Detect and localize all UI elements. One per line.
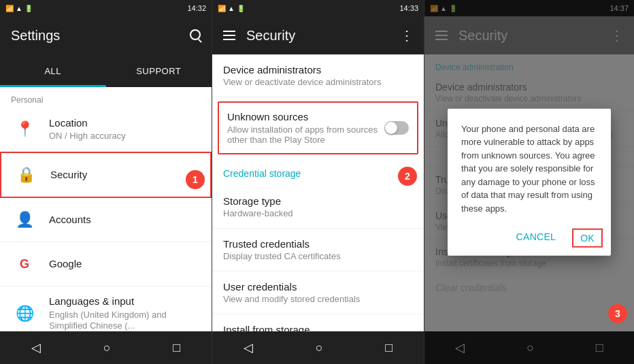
home-button-1[interactable]: ○: [90, 335, 124, 361]
recent-button-1[interactable]: □: [159, 335, 194, 361]
signal-icon: 📶: [5, 5, 14, 12]
step-badge-2: 2: [398, 167, 417, 186]
tab-all[interactable]: ALL: [0, 54, 106, 87]
section-personal-label: Personal: [0, 87, 212, 107]
dialog-body: Your phone and personal data are more vu…: [448, 108, 611, 223]
status-icons-left-2: 📶 ▲ 🔋: [218, 5, 245, 12]
overflow-icon[interactable]: ⋮: [400, 27, 413, 44]
toolbar-1: Settings: [0, 16, 212, 54]
location-text: Location ON / High accuracy: [49, 116, 201, 142]
security-install-storage[interactable]: Install from storage Install certificate…: [212, 314, 424, 331]
lock-icon: 🔒: [12, 161, 39, 188]
hamburger-icon[interactable]: [223, 31, 235, 40]
status-time-1: 14:32: [187, 4, 206, 12]
bottom-nav-1: ◁ ○ □: [0, 331, 212, 364]
unknown-sources-title: Unknown sources: [227, 111, 379, 122]
settings-content: 1 Personal 📍 Location ON / High accuracy…: [0, 87, 212, 331]
step-badge-1: 1: [186, 170, 205, 189]
language-icon: 🌐: [11, 300, 38, 327]
security-user-creds[interactable]: User credentials View and modify stored …: [212, 271, 424, 314]
panel-security: 📶 ▲ 🔋 14:33 Security ⋮ 2 Device administ…: [212, 0, 424, 364]
dialog-actions: CANCEL OK: [448, 223, 611, 256]
unknown-sources-subtitle: Allow installation of apps from sources …: [227, 125, 379, 145]
google-icon: G: [11, 250, 38, 278]
google-text: Google: [49, 257, 201, 271]
accounts-icon: 👤: [11, 206, 38, 233]
recent-button-2[interactable]: □: [371, 335, 406, 361]
unknown-sources-item[interactable]: Unknown sources Allow installation of ap…: [218, 101, 418, 154]
battery-icon-2: 🔋: [237, 5, 245, 12]
search-icon[interactable]: [190, 28, 201, 44]
credential-storage-label: Credential storage: [212, 159, 424, 186]
dialog-ok-button[interactable]: OK: [572, 229, 603, 248]
location-subtitle: ON / High accuracy: [49, 131, 201, 142]
unknown-sources-dialog: Your phone and personal data are more vu…: [448, 108, 611, 256]
security-text: Security: [50, 168, 199, 182]
dialog-cancel-button[interactable]: CANCEL: [511, 229, 562, 248]
languages-title: Languages & input: [49, 295, 201, 308]
security-title-toolbar: Security: [246, 28, 389, 44]
storage-type-subtitle: Hardware-backed: [223, 208, 413, 218]
step-badge-3: 3: [608, 304, 627, 323]
user-creds-title: User credentials: [223, 281, 413, 293]
panel-security-dialog: 📶 ▲ 🔋 14:37 Security ⋮ Device administra…: [424, 0, 634, 364]
settings-item-languages[interactable]: 🌐 Languages & input English (United King…: [0, 286, 212, 331]
security-trusted-creds[interactable]: Trusted credentials Display trusted CA c…: [212, 229, 424, 271]
status-bar-2: 📶 ▲ 🔋 14:33: [212, 0, 424, 16]
battery-icon: 🔋: [24, 5, 33, 12]
security-title: Security: [50, 168, 199, 182]
trusted-creds-subtitle: Display trusted CA certificates: [223, 251, 413, 261]
security-device-admins[interactable]: Device administrators View or deactivate…: [212, 54, 424, 97]
tabs-bar: ALL SUPPORT: [0, 54, 212, 87]
home-button-2[interactable]: ○: [302, 335, 337, 361]
user-creds-subtitle: View and modify stored credentials: [223, 294, 413, 304]
tab-support[interactable]: SUPPORT: [106, 54, 212, 87]
location-title: Location: [49, 116, 201, 130]
toolbar-2: Security ⋮: [212, 16, 424, 54]
location-icon: 📍: [11, 116, 38, 143]
settings-item-accounts[interactable]: 👤 Accounts: [0, 198, 212, 242]
back-button-1[interactable]: ◁: [18, 335, 54, 361]
unknown-sources-text: Unknown sources Allow installation of ap…: [227, 111, 379, 145]
device-admins-title: Device administrators: [223, 64, 413, 76]
accounts-title: Accounts: [49, 213, 201, 227]
signal-icon-2: 📶: [218, 5, 226, 12]
unknown-sources-toggle[interactable]: [384, 121, 409, 135]
settings-item-google[interactable]: G Google: [0, 242, 212, 286]
status-time-2: 14:33: [399, 4, 418, 12]
panel-settings: 📶 ▲ 🔋 14:32 Settings ALL SUPPORT 1 Perso…: [0, 0, 212, 364]
google-title: Google: [49, 257, 201, 271]
status-bar-1: 📶 ▲ 🔋 14:32: [0, 0, 212, 16]
wifi-icon-2: ▲: [228, 5, 235, 12]
languages-subtitle: English (United Kingdom) and Simplified …: [49, 310, 201, 332]
back-button-2[interactable]: ◁: [230, 335, 267, 361]
status-icons-left: 📶 ▲ 🔋: [5, 5, 33, 12]
bottom-nav-2: ◁ ○ □: [212, 331, 424, 364]
wifi-icon: ▲: [16, 5, 22, 12]
device-admins-subtitle: View or deactivate device administrators: [223, 77, 413, 87]
security-storage-type[interactable]: Storage type Hardware-backed: [212, 186, 424, 229]
settings-title: Settings: [11, 28, 179, 44]
settings-item-security[interactable]: 🔒 Security: [0, 152, 212, 198]
trusted-creds-title: Trusted credentials: [223, 238, 413, 250]
settings-item-location[interactable]: 📍 Location ON / High accuracy: [0, 107, 212, 152]
languages-text: Languages & input English (United Kingdo…: [49, 295, 201, 331]
storage-type-title: Storage type: [223, 195, 413, 207]
install-storage-title: Install from storage: [223, 324, 413, 331]
accounts-text: Accounts: [49, 213, 201, 227]
security-content: 2 Device administrators View or deactiva…: [212, 54, 424, 331]
